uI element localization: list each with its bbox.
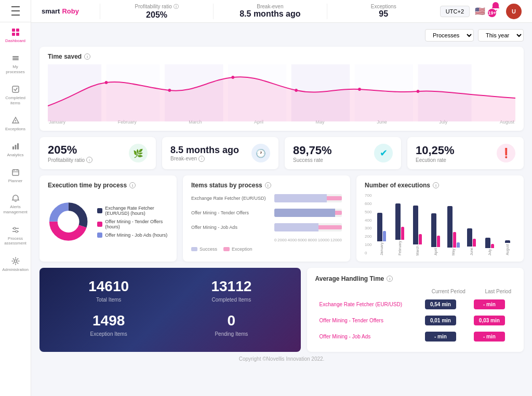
avg-row-job: Offer Mining - Job Ads - min - min <box>315 329 515 345</box>
topbar-stat-profitability-label: Profitability ratio ⓘ <box>121 3 192 10</box>
legend-success: Success <box>191 247 217 252</box>
sidebar-item-process-assessment[interactable]: Process assessment <box>0 220 31 251</box>
user-avatar[interactable]: U <box>506 4 522 19</box>
avg-current-btn-exchange[interactable]: 0,54 min <box>425 299 456 309</box>
bar-exception-job <box>318 225 342 229</box>
avg-col-current: Current Period <box>421 286 470 296</box>
svg-point-20 <box>16 230 18 233</box>
topbar-divider <box>100 4 100 19</box>
sidebar-item-exceptions[interactable]: Exceptions <box>0 111 31 136</box>
exec-dark-apr <box>431 213 436 247</box>
avg-last-btn-exchange[interactable]: - min <box>474 299 505 309</box>
y-100: 100 <box>365 242 371 247</box>
donut-chart <box>48 193 89 250</box>
avg-current-btn-job[interactable]: - min <box>425 332 456 342</box>
exec-pink-jun <box>473 239 476 247</box>
legend-success-dot <box>191 247 197 251</box>
period-filter[interactable]: This year <box>478 29 524 42</box>
calendar-icon <box>11 168 20 177</box>
copyright: Copyright ©Novellis Innovation 2022. <box>39 352 524 366</box>
time-saved-info-icon[interactable]: i <box>84 53 90 60</box>
sidebar-logo <box>0 0 31 22</box>
svg-rect-1 <box>16 29 19 32</box>
legend-exchange-rate: Exchange Rate Fetcher (EUR/USD) (hours) <box>97 206 168 216</box>
sidebar-item-planner[interactable]: Planner <box>0 162 31 188</box>
bar-chart-legend: Success Exception <box>191 247 342 252</box>
exec-dark-feb <box>395 203 401 240</box>
avg-row-tender: Offer Mining - Tender Offers 0,01 min 0,… <box>315 312 515 329</box>
topbar-stat-exceptions-label: Exceptions <box>348 4 419 9</box>
exec-bar-may: May <box>446 206 462 255</box>
svg-rect-12 <box>17 143 19 149</box>
y-700: 700 <box>365 193 371 198</box>
blue-stat-pending-value: 0 <box>172 312 290 329</box>
x-0: 0 <box>274 238 276 242</box>
sidebar-item-my-processes[interactable]: My processes <box>0 48 31 79</box>
avg-last-btn-tender[interactable]: 0,03 min <box>474 316 505 325</box>
topbar-actions: UTC+2 🇺🇸 19+ U <box>440 1 522 21</box>
svg-rect-13 <box>12 170 19 175</box>
process-filter[interactable]: Processes <box>425 29 474 42</box>
avg-last-btn-job[interactable]: - min <box>474 332 505 342</box>
svg-rect-5 <box>12 58 19 59</box>
avg-handling-info[interactable]: i <box>387 276 393 282</box>
execution-time-info[interactable]: i <box>129 182 136 188</box>
exec-bar-jun: June <box>463 228 480 255</box>
exec-bars: January February <box>374 193 515 255</box>
topbar-stat-exceptions-value: 95 <box>348 9 419 19</box>
time-saved-card: Time saved i <box>39 47 524 131</box>
blue-stat-total-value: 14610 <box>50 278 167 295</box>
svg-rect-3 <box>16 33 19 36</box>
x-8000: 8000 <box>308 238 317 242</box>
sidebar-item-label: Alerts management <box>3 204 28 214</box>
y-300: 300 <box>365 226 371 230</box>
stat-success-label: Success rate <box>293 157 332 163</box>
exec-pink-jul <box>491 244 494 248</box>
stat-profitability-value: 205% <box>48 143 92 157</box>
sidebar-item-administration[interactable]: Administration <box>0 251 31 277</box>
exec-blue-may <box>457 242 460 248</box>
sidebar-item-alerts[interactable]: Alerts management <box>0 188 31 220</box>
blue-stats-card: 14610 Total Items 13112 Completed Items … <box>39 268 301 352</box>
svg-point-29 <box>105 81 108 84</box>
exec-label-jan: January <box>380 242 383 255</box>
topbar-stat-breakeven: Break-even 8.5 months ago <box>234 4 305 19</box>
legend-dot-blue <box>97 233 102 238</box>
notification-button[interactable]: 19+ <box>490 1 501 21</box>
items-status-title: Items status by process i <box>191 182 342 189</box>
stats-row: 205% Profitability ratio i 🌿 8.5 months … <box>39 137 524 169</box>
sidebar-item-analytics[interactable]: Analytics <box>0 136 31 162</box>
sidebar-item-completed[interactable]: Completed items <box>0 79 31 111</box>
donut-legend: Exchange Rate Fetcher (EUR/USD) (hours) … <box>97 206 168 238</box>
charts-row: Execution time by process i <box>39 175 524 262</box>
avg-current-btn-tender[interactable]: 0,01 min <box>425 316 456 325</box>
sidebar-item-label: Administration <box>2 267 29 272</box>
avg-col-process <box>315 286 421 296</box>
content-area: Processes This year Time saved i <box>31 23 532 396</box>
exec-dark-mar <box>413 206 418 244</box>
exec-bar-jan: January <box>374 213 390 255</box>
stat-breakeven-info[interactable]: i <box>198 156 205 162</box>
avg-current-exchange: 0,54 min <box>421 296 470 312</box>
donut-container: Exchange Rate Fetcher (EUR/USD) (hours) … <box>48 193 168 250</box>
hamburger-menu[interactable] <box>11 5 20 17</box>
items-status-info[interactable]: i <box>265 182 271 188</box>
blue-stat-pending: 0 Pending Items <box>172 312 290 342</box>
stat-profitability-info[interactable]: i <box>86 157 92 163</box>
sidebar-item-label: Process assessment <box>3 236 28 246</box>
sidebar-item-dashboard[interactable]: Dashboard <box>0 22 31 48</box>
exec-dark-aug <box>505 240 510 243</box>
y-400: 400 <box>365 218 371 223</box>
stat-success: 89,75% Success rate ✔ <box>285 137 401 169</box>
bottom-row: 14610 Total Items 13112 Completed Items … <box>39 268 524 352</box>
bar-label-tender: Offer Mining - Tender Offers <box>191 210 274 215</box>
execution-time-card: Execution time by process i <box>39 175 177 262</box>
exec-blue-jan <box>383 231 386 241</box>
bar-exception-tender <box>335 211 342 215</box>
number-executions-info[interactable]: i <box>433 182 439 188</box>
legend-job-ads: Offer Mining - Job Ads (hours) <box>97 233 168 238</box>
timezone-button[interactable]: UTC+2 <box>440 6 470 17</box>
exec-label-apr: April <box>434 248 437 255</box>
bar-exception-exchange <box>327 196 342 200</box>
stat-profitability-left: 205% Profitability ratio i <box>48 143 92 163</box>
